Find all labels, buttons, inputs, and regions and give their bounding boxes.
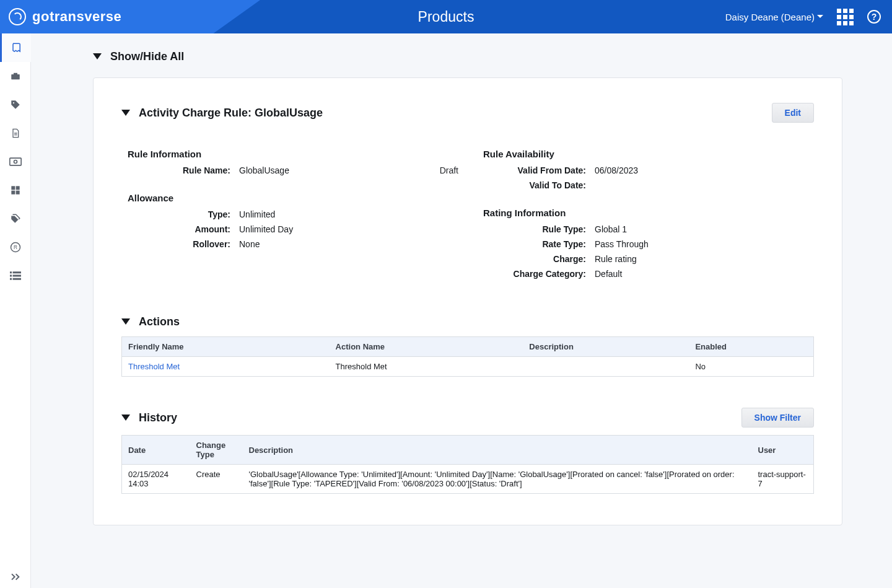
history-table-head: Date Change Type Description User <box>122 436 814 465</box>
rule-type-value: Global 1 <box>595 224 814 234</box>
sidebar-item-tags[interactable] <box>0 204 31 233</box>
actions-header: Actions <box>121 315 814 329</box>
action-desc-cell <box>523 357 689 377</box>
user-menu[interactable]: Daisy Deane (Deane) <box>725 12 823 22</box>
svg-rect-13 <box>10 275 12 277</box>
valid-from-value: 06/08/2023 <box>595 165 814 175</box>
svg-text:R: R <box>14 245 17 250</box>
tag-icon <box>10 99 21 110</box>
rule-type-label: Rule Type: <box>477 224 595 234</box>
history-date-cell: 02/15/2024 14:03 <box>122 465 190 494</box>
tags-icon <box>10 213 21 224</box>
rollover-value: None <box>239 239 458 249</box>
sidebar-item-briefcase[interactable] <box>0 62 31 90</box>
logo-icon <box>9 8 26 25</box>
sidebar-item-dashboard[interactable] <box>0 176 31 204</box>
sidebar-item-money[interactable] <box>0 147 31 176</box>
sidebar-item-document[interactable] <box>0 119 31 147</box>
charge-cat-label: Charge Category: <box>477 269 595 279</box>
amount-label: Amount: <box>121 224 239 234</box>
sidebar-item-list[interactable] <box>0 261 31 290</box>
rate-type-row: Rate Type: Pass Through <box>477 239 814 249</box>
actions-col-friendly[interactable]: Friendly Name <box>122 337 330 357</box>
rule-name-value: GlobalUsage <box>239 165 421 175</box>
rule-card-title-toggle[interactable]: Activity Charge Rule: GlobalUsage <box>121 106 323 120</box>
history-col-ctype[interactable]: Change Type <box>190 436 243 465</box>
actions-table: Friendly Name Action Name Description En… <box>121 336 814 377</box>
valid-to-row: Valid To Date: <box>477 180 814 190</box>
table-row[interactable]: 02/15/2024 14:03 Create 'GlobalUsage'[Al… <box>122 465 814 494</box>
svg-rect-3 <box>10 158 21 165</box>
rule-type-row: Rule Type: Global 1 <box>477 224 814 234</box>
action-name-cell: Threshold Met <box>330 357 523 377</box>
table-row[interactable]: Threshold Met Threshold Met No <box>122 357 814 377</box>
history-ctype-cell: Create <box>190 465 243 494</box>
history-title: History <box>139 411 177 424</box>
charge-cat-row: Charge Category: Default <box>477 269 814 279</box>
chevron-down-icon <box>121 110 130 120</box>
rollover-row: Rollover: None <box>121 239 458 249</box>
actions-table-head: Friendly Name Action Name Description En… <box>122 337 814 357</box>
svg-rect-14 <box>13 275 22 277</box>
caret-down-icon <box>817 15 823 21</box>
rule-status-value: Draft <box>440 165 458 175</box>
history-col-desc[interactable]: Description <box>243 436 752 465</box>
history-col-user[interactable]: User <box>752 436 814 465</box>
history-col-date[interactable]: Date <box>122 436 190 465</box>
header-right: Daisy Deane (Deane) ? <box>725 9 881 25</box>
apps-icon[interactable] <box>837 9 854 25</box>
rollover-label: Rollover: <box>121 239 239 249</box>
rule-info-heading: Rule Information <box>128 149 458 159</box>
user-menu-label: Daisy Deane (Deane) <box>725 12 815 22</box>
svg-rect-8 <box>16 191 20 195</box>
show-hide-label: Show/Hide All <box>110 50 184 63</box>
charge-value: Rule rating <box>595 254 814 264</box>
svg-rect-16 <box>13 278 22 280</box>
valid-from-label: Valid From Date: <box>477 165 595 175</box>
edit-button[interactable]: Edit <box>772 103 814 123</box>
valid-to-label: Valid To Date: <box>477 180 595 190</box>
amount-value: Unlimited Day <box>239 224 458 234</box>
sidebar-item-registered[interactable]: R <box>0 233 31 261</box>
actions-col-desc[interactable]: Description <box>523 337 689 357</box>
chevron-down-icon <box>93 53 102 64</box>
document-icon <box>11 128 20 139</box>
history-desc-cell: 'GlobalUsage'[Allowance Type: 'Unlimited… <box>243 465 752 494</box>
charge-label: Charge: <box>477 254 595 264</box>
sidebar-item-tag[interactable] <box>0 90 31 119</box>
book-icon <box>11 42 22 53</box>
rule-col-left: Rule Information Rule Name: GlobalUsage … <box>121 140 458 284</box>
action-enabled-cell: No <box>689 357 813 377</box>
svg-rect-6 <box>16 186 20 190</box>
history-table: Date Change Type Description User 02/15/… <box>121 435 814 494</box>
sidebar-item-products[interactable] <box>0 33 31 62</box>
rule-card: Activity Charge Rule: GlobalUsage Edit R… <box>93 77 842 525</box>
page-title: Products <box>418 9 474 25</box>
rule-name-label: Rule Name: <box>121 165 239 175</box>
svg-rect-1 <box>14 73 17 74</box>
main-content: Show/Hide All Activity Charge Rule: Glob… <box>31 33 892 588</box>
actions-col-enabled[interactable]: Enabled <box>689 337 813 357</box>
logo[interactable]: gotransverse <box>9 8 121 25</box>
chevron-down-icon <box>121 415 130 425</box>
history-user-cell: tract-support-7 <box>752 465 814 494</box>
actions-toggle[interactable]: Actions <box>121 315 180 329</box>
actions-col-action[interactable]: Action Name <box>330 337 523 357</box>
briefcase-icon <box>10 71 21 82</box>
allowance-heading: Allowance <box>128 193 458 203</box>
charge-cat-value: Default <box>595 269 814 279</box>
rule-card-title: Activity Charge Rule: GlobalUsage <box>139 107 323 120</box>
valid-to-value <box>595 180 814 190</box>
type-row: Type: Unlimited <box>121 209 458 219</box>
action-friendly-link[interactable]: Threshold Met <box>128 362 180 371</box>
actions-title: Actions <box>139 315 180 328</box>
svg-rect-12 <box>13 271 22 273</box>
show-hide-all-toggle[interactable]: Show/Hide All <box>93 50 842 64</box>
rule-columns: Rule Information Rule Name: GlobalUsage … <box>121 140 814 284</box>
help-icon[interactable]: ? <box>867 10 881 24</box>
valid-from-row: Valid From Date: 06/08/2023 <box>477 165 814 175</box>
history-toggle[interactable]: History <box>121 411 177 425</box>
show-filter-button[interactable]: Show Filter <box>741 408 814 428</box>
availability-heading: Rule Availability <box>483 149 814 159</box>
sidebar-expand[interactable] <box>0 573 30 581</box>
